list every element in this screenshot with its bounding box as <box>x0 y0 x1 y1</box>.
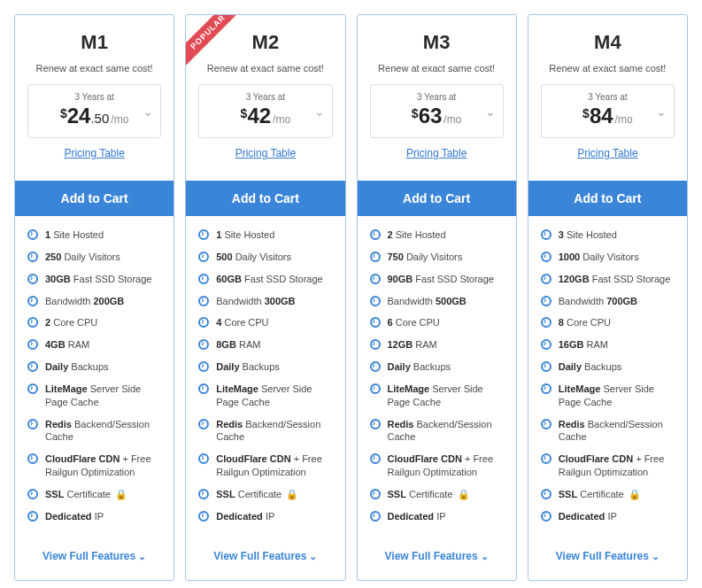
add-to-cart-button[interactable]: Add to Cart <box>528 181 687 216</box>
feature-item: 120GB Fast SSD Storage <box>541 273 675 286</box>
feature-item: 4 Core CPU <box>198 316 332 329</box>
bullet-icon <box>198 489 209 499</box>
chevron-down-icon: ⌄ <box>481 551 489 561</box>
bullet-icon <box>27 383 38 394</box>
bullet-icon <box>27 274 38 284</box>
bullet-icon <box>27 229 38 240</box>
feature-item: CloudFlare CDN + Free Railgun Optimizati… <box>541 453 675 479</box>
bullet-icon <box>541 419 552 429</box>
feature-item: 6 Core CPU <box>370 316 504 329</box>
bullet-icon <box>27 419 38 429</box>
bullet-icon <box>370 251 381 262</box>
feature-text: 2 Core CPU <box>45 316 97 329</box>
add-to-cart-button[interactable]: Add to Cart <box>358 181 516 216</box>
plan-card-m1: M1 Renew at exact same cost! ⌄ 3 Years a… <box>14 14 174 581</box>
feature-text: SSL Certificate 🔒 <box>559 488 641 501</box>
term-price-selector[interactable]: ⌄ 3 Years at $ 24 .50 /mo <box>27 84 161 138</box>
bullet-icon <box>541 274 552 284</box>
feature-item: Daily Backups <box>198 360 332 374</box>
bullet-icon <box>541 361 552 372</box>
feature-item: Redis Backend/Session Cache <box>27 418 161 445</box>
bullet-icon <box>370 453 381 464</box>
feature-item: 500 Daily Visitors <box>198 251 332 264</box>
renew-text: Renew at exact same cost! <box>27 63 161 74</box>
bullet-icon <box>541 453 552 464</box>
bullet-icon <box>198 274 209 284</box>
chevron-down-icon: ⌄ <box>143 104 153 119</box>
pricing-table-link[interactable]: Pricing Table <box>27 147 161 159</box>
feature-item: Dedicated IP <box>198 510 332 523</box>
feature-text: Dedicated IP <box>45 510 104 523</box>
feature-item: 2 Core CPU <box>27 316 161 329</box>
feature-text: Redis Backend/Session Cache <box>388 418 504 445</box>
pricing-table-link[interactable]: Pricing Table <box>541 147 675 159</box>
add-to-cart-button[interactable]: Add to Cart <box>15 181 174 216</box>
view-full-features-button[interactable]: View Full Features⌄ <box>186 538 344 580</box>
feature-text: Dedicated IP <box>559 510 617 523</box>
plan-name: M4 <box>541 31 675 54</box>
feature-text: 6 Core CPU <box>388 316 440 329</box>
feature-item: 8GB RAM <box>198 338 332 352</box>
bullet-icon <box>27 339 38 350</box>
feature-item: 16GB RAM <box>541 338 675 352</box>
feature-item: 750 Daily Visitors <box>370 251 504 264</box>
feature-item: Dedicated IP <box>370 510 504 523</box>
term-price-selector[interactable]: ⌄ 3 Years at $ 63 /mo <box>370 84 504 138</box>
pricing-table-link[interactable]: Pricing Table <box>198 147 332 159</box>
feature-item: SSL Certificate 🔒 <box>27 488 161 501</box>
bullet-icon <box>198 511 209 522</box>
bullet-icon <box>198 229 209 240</box>
feature-item: Daily Backups <box>541 360 675 374</box>
feature-text: LiteMage Server Side Page Cache <box>45 383 161 409</box>
feature-item: SSL Certificate 🔒 <box>370 488 504 501</box>
renew-text: Renew at exact same cost! <box>198 63 332 74</box>
bullet-icon <box>27 361 38 372</box>
feature-text: 500 Daily Visitors <box>216 251 291 264</box>
feature-item: 60GB Fast SSD Storage <box>198 273 332 286</box>
bullet-icon <box>541 296 552 306</box>
feature-item: LiteMage Server Side Page Cache <box>27 383 161 409</box>
feature-list: 3 Site Hosted 1000 Daily Visitors 120GB … <box>528 216 687 538</box>
pricing-table-link[interactable]: Pricing Table <box>370 147 504 159</box>
feature-text: 250 Daily Visitors <box>45 251 120 264</box>
feature-list: 1 Site Hosted 250 Daily Visitors 30GB Fa… <box>15 216 174 538</box>
feature-item: Bandwidth 200GB <box>27 295 161 308</box>
term-price-selector[interactable]: ⌄ 3 Years at $ 84 /mo <box>541 84 675 138</box>
feature-text: Bandwidth 200GB <box>45 295 124 308</box>
feature-item: 1000 Daily Visitors <box>541 251 675 264</box>
feature-text: 120GB Fast SSD Storage <box>559 273 671 286</box>
bullet-icon <box>370 383 381 394</box>
pricing-grid: M1 Renew at exact same cost! ⌄ 3 Years a… <box>14 14 688 581</box>
feature-item: Bandwidth 500GB <box>370 295 504 308</box>
bullet-icon <box>370 274 381 284</box>
feature-text: Daily Backups <box>216 360 280 374</box>
feature-text: Bandwidth 500GB <box>388 295 467 308</box>
feature-text: 1 Site Hosted <box>45 228 104 242</box>
bullet-icon <box>27 511 38 522</box>
view-full-features-button[interactable]: View Full Features⌄ <box>15 538 174 580</box>
term-label: 3 Years at <box>35 92 153 102</box>
feature-text: SSL Certificate 🔒 <box>216 488 298 501</box>
bullet-icon <box>198 361 209 372</box>
view-full-features-button[interactable]: View Full Features⌄ <box>528 538 687 580</box>
feature-text: 4 Core CPU <box>216 316 268 329</box>
feature-text: CloudFlare CDN + Free Railgun Optimizati… <box>216 453 332 479</box>
feature-item: Bandwidth 700GB <box>541 295 675 308</box>
term-price-selector[interactable]: ⌄ 3 Years at $ 42 /mo <box>198 84 332 138</box>
view-full-features-button[interactable]: View Full Features⌄ <box>358 538 516 580</box>
feature-item: Daily Backups <box>27 360 161 374</box>
feature-item: Daily Backups <box>370 360 504 374</box>
plan-name: M3 <box>370 31 504 54</box>
price-value: $ 42 /mo <box>241 104 291 128</box>
bullet-icon <box>198 453 209 464</box>
price-value: $ 24 .50 /mo <box>60 104 128 128</box>
price-value: $ 84 /mo <box>582 104 633 128</box>
feature-item: 1 Site Hosted <box>27 228 161 242</box>
feature-text: LiteMage Server Side Page Cache <box>388 383 504 409</box>
bullet-icon <box>198 317 209 328</box>
feature-item: CloudFlare CDN + Free Railgun Optimizati… <box>370 453 504 479</box>
add-to-cart-button[interactable]: Add to Cart <box>186 181 344 216</box>
chevron-down-icon: ⌄ <box>309 551 317 561</box>
feature-text: 1000 Daily Visitors <box>559 251 639 264</box>
feature-item: Dedicated IP <box>541 510 675 523</box>
